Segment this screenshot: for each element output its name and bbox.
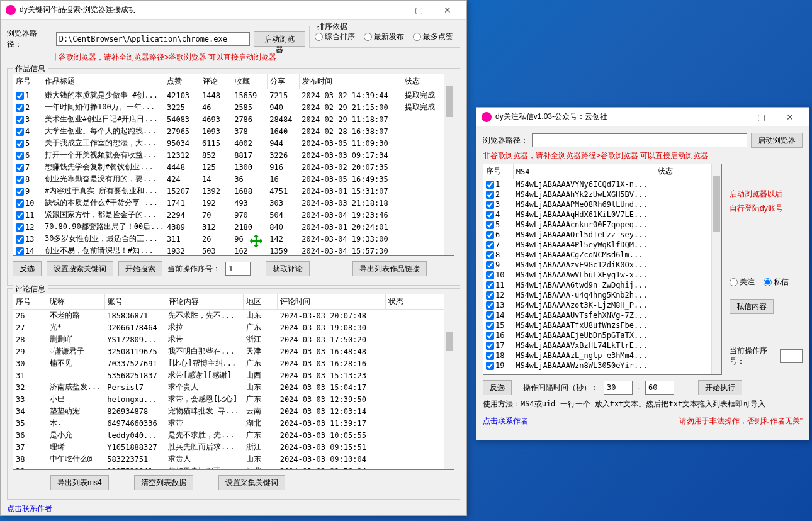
table-row[interactable]: 16MS4wLjABAAAAEjeUbDn5pGTaTX...: [483, 330, 721, 340]
interval-max-input[interactable]: [645, 381, 674, 395]
row-checkbox[interactable]: [486, 301, 494, 310]
table-row[interactable]: 5MS4wLjABAAAAcnkur00F7qopeq...: [483, 220, 721, 230]
table-row[interactable]: 1270.80.90都套路出局了！00后...43893122180840202…: [13, 221, 454, 233]
table-row[interactable]: 29♡谦谦君子32508119675我不明白那些在...天津2024-03-03…: [13, 345, 454, 357]
table-row[interactable]: 4大学生创业。每个人的起跑线...27965109337816402024-02…: [13, 125, 454, 137]
current-index-input[interactable]: [780, 349, 803, 363]
table-row[interactable]: 11紧跟国家方针，都是捡金子的...2294709705042024-03-04…: [13, 209, 454, 221]
column-header[interactable]: 序号: [13, 294, 47, 310]
row-checkbox[interactable]: [486, 251, 494, 259]
row-checkbox[interactable]: [486, 201, 494, 209]
close-button[interactable]: ✕: [433, 1, 461, 20]
contact-author-link[interactable]: 点击联系作者: [7, 504, 52, 513]
close-button[interactable]: ✕: [775, 108, 804, 126]
column-header[interactable]: 评论时间: [278, 294, 386, 310]
titlebar[interactable]: dy关注私信v1.03-公众号：云创社 — ▢ ✕: [476, 108, 809, 126]
table-row[interactable]: 391217530941你如果事情都不...河北2024-03-02 23:56…: [13, 465, 454, 470]
column-header[interactable]: 分享: [267, 74, 299, 89]
start-execute-button[interactable]: 开始执行: [698, 380, 742, 395]
start-search-button[interactable]: 开始搜索: [118, 261, 162, 276]
table-row[interactable]: 5关于我成立工作室的想法，大...95034611540029442024-03…: [13, 137, 454, 149]
row-checkbox[interactable]: [486, 211, 494, 219]
row-checkbox[interactable]: [486, 221, 494, 229]
column-header[interactable]: 昵称: [47, 294, 104, 310]
row-checkbox[interactable]: [16, 247, 24, 255]
row-checkbox[interactable]: [486, 261, 494, 269]
table-row[interactable]: 1330多岁女性创业，最适合的三...31126961422024-03-04 …: [13, 233, 454, 245]
row-checkbox[interactable]: [486, 231, 494, 239]
interval-min-input[interactable]: [604, 381, 633, 395]
sort-most-liked[interactable]: 最多点赞: [413, 31, 453, 42]
table-row[interactable]: 35木.64974660336求带湖北2024-03-03 11:39:17: [13, 417, 454, 429]
row-checkbox[interactable]: [486, 191, 494, 199]
table-row[interactable]: 7MS4wLjABAAAA4Pl5eyWqKlfDQM...: [483, 240, 721, 250]
table-row[interactable]: 14MS4wLjABAAAAUvTsfehXNVg-7Z...: [483, 310, 721, 320]
set-collect-keywords-button[interactable]: 设置采集关键词: [218, 475, 285, 490]
sort-comprehensive[interactable]: 综合排序: [315, 31, 355, 42]
column-header[interactable]: 点赞: [164, 74, 200, 89]
invert-select-button[interactable]: 反选: [13, 261, 42, 276]
row-checkbox[interactable]: [16, 235, 24, 244]
table-row[interactable]: 27光*32066178464求拉广东2024-03-03 19:08:30: [13, 322, 454, 333]
clear-list-button[interactable]: 清空列表数据: [134, 475, 193, 490]
row-checkbox[interactable]: [486, 311, 494, 320]
row-checkbox[interactable]: [486, 332, 494, 340]
table-row[interactable]: 15MS4wLjABAAAATfxU8ufWnzsFbe...: [483, 320, 721, 330]
works-listview[interactable]: 序号作品标题点赞评论收藏分享发布时间状态1赚大钱的本质就是少做事 #创...42…: [13, 74, 454, 256]
row-checkbox[interactable]: [486, 241, 494, 249]
invert-select-button[interactable]: 反选: [483, 380, 512, 395]
set-keywords-button[interactable]: 设置搜索关键词: [47, 261, 113, 276]
row-checkbox[interactable]: [16, 116, 24, 124]
row-checkbox[interactable]: [16, 176, 24, 184]
export-links-button[interactable]: 导出列表作品链接: [352, 261, 427, 276]
row-checkbox[interactable]: [16, 211, 24, 220]
export-ms4-button[interactable]: 导出列表ms4: [50, 475, 109, 490]
follow-radio[interactable]: 关注: [730, 277, 755, 288]
table-row[interactable]: 10缺钱的本质是什么#干货分享 ...17411924933032024-03-…: [13, 197, 454, 209]
table-row[interactable]: 3MS4wLjABAAAAPMeO8Rh69lLUnd...: [483, 199, 721, 210]
table-row[interactable]: 6打开一个开关视频就会有收益...12312852881732262024-03…: [13, 149, 454, 161]
table-row[interactable]: 33小巳hetongxu...求带，会感恩[比心]广东2024-03-03 12…: [13, 393, 454, 405]
table-row[interactable]: 14创业不易，创前请深思！#知...193250316213592024-03-…: [13, 245, 454, 256]
table-row[interactable]: 37理琋Y1051888327胜兵先胜而后求...浙江2024-03-03 09…: [13, 441, 454, 453]
table-row[interactable]: 3153568251837求带[感谢][感谢]山西2024-03-03 15:1…: [13, 369, 454, 381]
table-row[interactable]: 7想赚钱先学会复制#餐饮创业...444812513009162024-03-0…: [13, 161, 454, 173]
scrollbar[interactable]: [711, 164, 721, 374]
table-row[interactable]: 3美术生创业#创业日记#开店日...5408346932786284842024…: [13, 113, 454, 125]
launch-browser-button[interactable]: 启动浏览器: [751, 133, 803, 148]
current-index-input[interactable]: [225, 262, 251, 276]
row-checkbox[interactable]: [16, 188, 24, 196]
comments-listview[interactable]: 序号昵称账号评论内容地区评论时间状态26不老的路185836871先不求胜，先不…: [13, 294, 454, 470]
row-checkbox[interactable]: [16, 140, 24, 148]
table-row[interactable]: 12MS4wLjABAAAA-u4q4hng5Knb2h...: [483, 290, 721, 300]
table-row[interactable]: 11MS4wLjABAAAA6twd9n_ZwDqhij...: [483, 280, 721, 290]
table-row[interactable]: 2MS4wLjABAAAAhYk2zUwLXGH5BV...: [483, 189, 721, 199]
minimize-button[interactable]: —: [719, 108, 747, 126]
contact-author-link[interactable]: 点击联系作者: [483, 416, 528, 427]
launch-browser-button[interactable]: 启动浏览器: [254, 31, 305, 47]
scrollbar[interactable]: [444, 294, 454, 469]
table-row[interactable]: 8MS4wLjABAAAACgZcoNCMsd6lm...: [483, 250, 721, 260]
table-row[interactable]: 38中午吃什么@583223751求贵人山东2024-03-03 09:10:0…: [13, 453, 454, 465]
row-checkbox[interactable]: [486, 181, 494, 189]
row-checkbox[interactable]: [486, 271, 494, 279]
maximize-button[interactable]: ▢: [747, 108, 775, 126]
table-row[interactable]: 1赚大钱的本质就是少做事 #创...4210314481565972152024…: [13, 89, 454, 102]
table-row[interactable]: 32济南咸盐发...Persist7求个贵人山东2024-03-03 15:04…: [13, 381, 454, 393]
row-checkbox[interactable]: [16, 128, 24, 136]
column-header[interactable]: 收藏: [232, 74, 267, 89]
table-row[interactable]: 18MS4wLjABAAAAzL_ngtp-e3hMm4...: [483, 350, 721, 361]
table-row[interactable]: 13MS4wLjABAAAAzot3K-LjzM8H_P...: [483, 300, 721, 310]
row-checkbox[interactable]: [16, 164, 24, 172]
column-header[interactable]: 评论: [200, 74, 232, 89]
table-row[interactable]: 1MS4wLjABAAAAVYNy6ICQd71X-n...: [483, 179, 721, 190]
row-checkbox[interactable]: [16, 199, 24, 208]
table-row[interactable]: 26不老的路185836871先不求胜，先不...山东2024-03-03 20…: [13, 310, 454, 322]
table-row[interactable]: 9#内容过于真实 所有要创业和...152071392168847512024-…: [13, 185, 454, 197]
row-checkbox[interactable]: [486, 281, 494, 289]
column-header[interactable]: MS4: [513, 164, 655, 179]
column-header[interactable]: 账号: [104, 294, 166, 310]
table-row[interactable]: 36是小允teddy040...是先不求胜，先...广东2024-03-03 1…: [13, 429, 454, 441]
row-checkbox[interactable]: [486, 291, 494, 300]
table-row[interactable]: 17MS4wLjABAAAAVxBzHL74LkTtrE...: [483, 340, 721, 350]
